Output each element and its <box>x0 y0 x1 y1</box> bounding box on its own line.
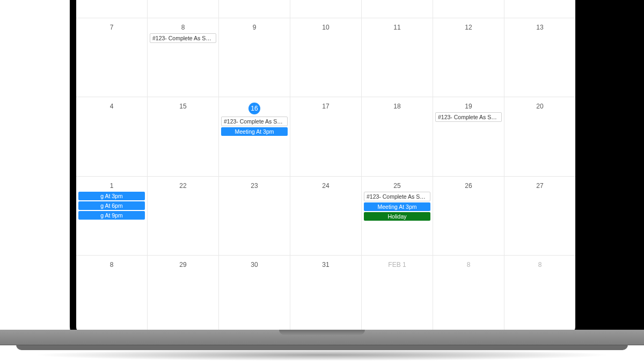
day-number: 15 <box>150 98 216 112</box>
calendar-cell[interactable]: 7 <box>76 18 148 97</box>
calendar-cell[interactable] <box>76 0 148 18</box>
day-number: 7 <box>78 19 145 33</box>
calendar-cell[interactable]: FEB 1 <box>362 256 433 334</box>
calendar-cell[interactable]: 3 <box>290 0 362 18</box>
frame-right-black <box>574 0 644 330</box>
screen: JNMONTUEWEDTHUFRISA 12345#123- Complete … <box>76 0 575 334</box>
meeting-event[interactable]: g At 3pm <box>78 192 145 200</box>
day-number: 1 <box>78 178 145 192</box>
day-number: 31 <box>292 257 359 271</box>
day-number: 8 <box>150 19 216 33</box>
calendar-cell[interactable]: 9 <box>219 18 290 97</box>
day-number: 12 <box>435 19 502 33</box>
day-number: 13 <box>507 19 573 33</box>
events-list: g At 3pmg At 6pmg At 9pm <box>78 192 145 220</box>
laptop-base <box>0 330 644 345</box>
day-number: FEB 1 <box>364 257 430 271</box>
calendar-cell[interactable]: 8 <box>76 256 148 334</box>
day-number: 4 <box>78 98 145 112</box>
events-list: #123- Complete As Soon As... <box>150 33 216 43</box>
calendar-cell[interactable]: 26 <box>433 177 504 255</box>
calendar-cell[interactable]: 8 <box>433 256 504 334</box>
calendar-cell[interactable]: 5#123- Complete As Soon As...#123- Compl… <box>433 0 504 18</box>
laptop-frame: JNMONTUEWEDTHUFRISA 12345#123- Complete … <box>70 0 582 340</box>
calendar-cell[interactable]: 22 <box>148 177 219 255</box>
calendar-cell[interactable]: 6 <box>504 0 575 18</box>
day-number: 29 <box>150 257 216 271</box>
day-number: 17 <box>292 98 359 112</box>
calendar-cell[interactable]: 4 <box>76 97 148 176</box>
day-number: 9 <box>221 19 288 33</box>
calendar-cell[interactable]: 1 <box>148 0 219 18</box>
calendar-cell[interactable]: 15 <box>148 97 219 176</box>
meeting-event[interactable]: Meeting At 3pm <box>221 127 288 136</box>
meeting-event[interactable]: g At 6pm <box>78 201 145 210</box>
meeting-event[interactable]: Meeting At 3pm <box>364 202 430 211</box>
day-number: 30 <box>221 257 288 271</box>
record-event[interactable]: #123- Complete As Soon As... <box>150 33 216 43</box>
calendar-cell[interactable]: 31 <box>290 256 362 334</box>
day-number: 22 <box>150 178 216 192</box>
calendar-cell[interactable]: 4 <box>362 0 433 18</box>
day-number: 19 <box>435 98 502 112</box>
stage: JNMONTUEWEDTHUFRISA 12345#123- Complete … <box>0 0 644 363</box>
day-number: 8 <box>78 257 145 271</box>
calendar-cell[interactable]: 23 <box>219 177 290 255</box>
calendar-cell[interactable]: 2 <box>219 0 290 18</box>
calendar-row: 41516#123- Complete As Soon As...Meeting… <box>76 97 575 176</box>
day-number: 18 <box>364 98 430 112</box>
calendar-cell[interactable]: 1g At 3pmg At 6pmg At 9pm <box>76 177 148 255</box>
today-marker: 16 <box>221 98 288 117</box>
day-number: 8 <box>435 257 502 271</box>
calendar-cell[interactable]: 30 <box>219 256 290 334</box>
day-number: 25 <box>364 178 430 192</box>
day-number: 24 <box>292 178 359 192</box>
calendar-cell[interactable]: 8#123- Complete As Soon As... <box>148 18 219 97</box>
day-number: 10 <box>292 19 359 33</box>
day-number: 23 <box>221 178 288 192</box>
calendar-cell[interactable]: 12 <box>433 18 504 97</box>
laptop-foot <box>16 345 628 350</box>
calendar-row: 8293031FEB 188 <box>76 256 575 334</box>
calendar-cell[interactable]: 18 <box>362 97 433 176</box>
events-list: #123- Complete As Soon As... <box>435 112 502 122</box>
day-number: 27 <box>507 178 573 192</box>
calendar-cell[interactable]: 25#123- Complete As Soon As...Meeting At… <box>362 177 433 255</box>
calendar-cell[interactable]: 10 <box>290 18 362 97</box>
day-number: 26 <box>435 178 502 192</box>
day-number: 11 <box>364 19 430 33</box>
calendar-row: 1g At 3pmg At 6pmg At 9pm22232425#123- C… <box>76 177 575 256</box>
calendar-row: 12345#123- Complete As Soon As...#123- C… <box>76 0 575 18</box>
laptop-shadow <box>32 349 612 361</box>
calendar-row: 78#123- Complete As Soon As...910111213 <box>76 18 575 97</box>
record-event[interactable]: #123- Complete As Soon As... <box>364 192 430 201</box>
calendar-cell[interactable]: 20 <box>504 97 575 176</box>
day-number: 20 <box>507 98 573 112</box>
calendar: JNMONTUEWEDTHUFRISA 12345#123- Complete … <box>76 0 575 334</box>
calendar-cell[interactable]: 24 <box>290 177 362 255</box>
calendar-grid: 12345#123- Complete As Soon As...#123- C… <box>76 0 575 334</box>
record-event[interactable]: #123- Complete As Soon As... <box>221 117 288 126</box>
record-event[interactable]: #123- Complete As Soon As... <box>435 112 502 122</box>
day-number: 8 <box>507 257 573 271</box>
calendar-cell[interactable]: 17 <box>290 97 362 176</box>
calendar-cell[interactable]: 27 <box>504 177 575 255</box>
events-list: #123- Complete As Soon As...Meeting At 3… <box>364 192 430 221</box>
calendar-cell[interactable]: 19#123- Complete As Soon As... <box>433 97 504 176</box>
calendar-cell[interactable]: 8 <box>504 256 575 334</box>
calendar-cell[interactable]: 29 <box>148 256 219 334</box>
calendar-cell[interactable]: 16#123- Complete As Soon As...Meeting At… <box>219 97 290 176</box>
calendar-cell[interactable]: 13 <box>504 18 575 97</box>
events-list: #123- Complete As Soon As...Meeting At 3… <box>221 117 288 136</box>
meeting-event[interactable]: g At 9pm <box>78 211 145 220</box>
holiday-event[interactable]: Holiday <box>364 212 430 221</box>
calendar-cell[interactable]: 11 <box>362 18 433 97</box>
